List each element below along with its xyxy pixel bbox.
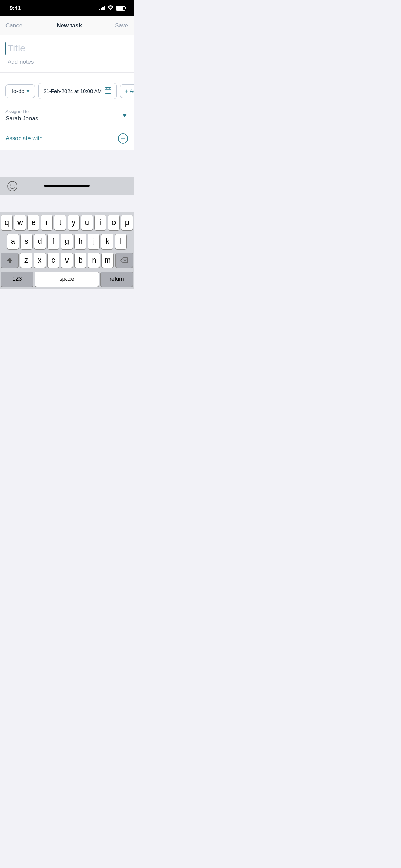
notes-input[interactable]: Add notes: [5, 59, 128, 65]
shift-key[interactable]: [1, 253, 18, 268]
key-b[interactable]: b: [75, 253, 86, 268]
key-r[interactable]: r: [41, 215, 52, 230]
form-content: Title Add notes: [0, 35, 134, 78]
wifi-icon: [108, 5, 113, 11]
home-indicator: [44, 185, 90, 187]
add-button[interactable]: + Add: [120, 84, 134, 98]
key-z[interactable]: z: [20, 253, 32, 268]
key-c[interactable]: c: [48, 253, 59, 268]
associate-with-label: Associate with: [5, 135, 43, 142]
associate-with-row[interactable]: Associate with +: [0, 127, 134, 150]
save-button[interactable]: Save: [115, 22, 128, 29]
cancel-button[interactable]: Cancel: [5, 22, 24, 29]
keyboard-row-3: z x c v b n m: [1, 253, 133, 268]
key-a[interactable]: a: [7, 234, 19, 249]
svg-point-7: [10, 185, 11, 186]
key-n[interactable]: n: [88, 253, 100, 268]
key-f[interactable]: f: [48, 234, 59, 249]
key-k[interactable]: k: [101, 234, 113, 249]
text-cursor: [5, 42, 6, 55]
key-e[interactable]: e: [28, 215, 39, 230]
space-key[interactable]: space: [35, 272, 99, 287]
key-t[interactable]: t: [54, 215, 66, 230]
status-bar: 9:41: [0, 0, 134, 16]
task-type-label: To-do: [11, 88, 24, 94]
key-g[interactable]: g: [61, 234, 72, 249]
key-j[interactable]: j: [88, 234, 99, 249]
signal-icon: [99, 6, 105, 10]
assigned-to-value: Sarah Jonas: [5, 115, 38, 122]
divider: [0, 72, 134, 73]
status-time: 9:41: [10, 5, 21, 12]
assigned-to-row[interactable]: Assigned to Sarah Jonas: [0, 104, 134, 127]
gray-spacer: [0, 150, 134, 177]
svg-rect-0: [105, 88, 111, 93]
key-y[interactable]: y: [68, 215, 79, 230]
calendar-icon: [105, 87, 111, 95]
key-i[interactable]: i: [95, 215, 106, 230]
navigation-bar: Cancel New task Save: [0, 16, 134, 35]
key-v[interactable]: v: [61, 253, 73, 268]
key-s[interactable]: s: [21, 234, 32, 249]
key-q[interactable]: q: [1, 215, 12, 230]
task-type-button[interactable]: To-do: [5, 84, 35, 98]
battery-icon: [116, 6, 125, 11]
controls-row: To-do 21-Feb-2024 at 10:00 AM + Add: [0, 78, 134, 104]
keyboard: q w e r t y u i o p a s d f g h j k l z …: [0, 212, 134, 289]
emoji-icon: [7, 181, 18, 192]
keyboard-row-1: q w e r t y u i o p: [1, 215, 133, 230]
svg-point-6: [8, 181, 17, 191]
title-placeholder: Title: [8, 43, 25, 54]
bottom-bar: [0, 177, 134, 195]
emoji-button[interactable]: [5, 179, 19, 193]
key-p[interactable]: p: [121, 215, 133, 230]
chevron-down-icon: [26, 90, 30, 92]
due-date-button[interactable]: 21-Feb-2024 at 10:00 AM: [38, 83, 117, 99]
plus-circle-icon[interactable]: +: [118, 133, 128, 144]
shift-icon: [7, 257, 13, 263]
key-l[interactable]: l: [115, 234, 126, 249]
key-u[interactable]: u: [81, 215, 93, 230]
keyboard-row-2: a s d f g h j k l: [1, 234, 133, 249]
status-icons: [99, 5, 125, 11]
return-key[interactable]: return: [101, 272, 133, 287]
title-input-area[interactable]: Title: [5, 42, 128, 55]
key-m[interactable]: m: [102, 253, 113, 268]
key-x[interactable]: x: [34, 253, 46, 268]
delete-icon: [120, 257, 128, 263]
key-h[interactable]: h: [75, 234, 86, 249]
assigned-to-info: Assigned to Sarah Jonas: [5, 109, 38, 122]
svg-point-8: [14, 185, 15, 186]
key-w[interactable]: w: [14, 215, 26, 230]
assigned-to-label: Assigned to: [5, 109, 38, 114]
key-d[interactable]: d: [34, 234, 46, 249]
page-title: New task: [57, 22, 82, 29]
keyboard-row-4: 123 space return: [1, 272, 133, 287]
chevron-down-icon: [123, 114, 127, 117]
numbers-key[interactable]: 123: [1, 272, 33, 287]
due-date-label: 21-Feb-2024 at 10:00 AM: [44, 88, 102, 94]
delete-key[interactable]: [116, 253, 133, 268]
key-o[interactable]: o: [108, 215, 119, 230]
add-label: + Add: [125, 88, 134, 94]
